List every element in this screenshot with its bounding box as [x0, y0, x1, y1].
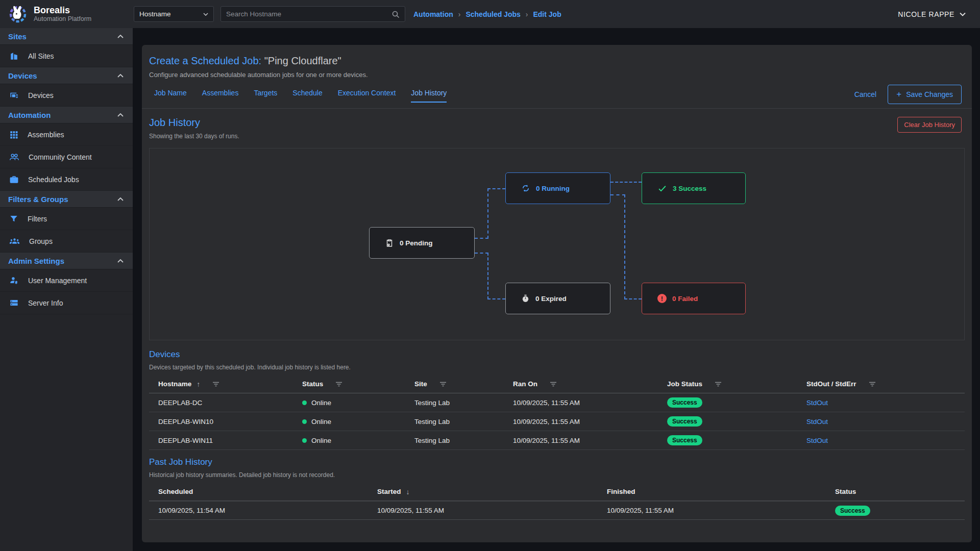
- sidebar-item-filters[interactable]: Filters: [0, 208, 133, 230]
- building-icon: [9, 51, 19, 61]
- tab-schedule[interactable]: Schedule: [292, 89, 322, 102]
- tab-targets[interactable]: Targets: [254, 89, 277, 102]
- flow-node-expired[interactable]: 0 Expired: [505, 283, 610, 314]
- success-count-label: 3 Success: [673, 185, 706, 192]
- search-box[interactable]: [220, 6, 405, 22]
- user-name: NICOLE RAPPE: [898, 10, 954, 18]
- flow-node-success[interactable]: 3 Success: [642, 172, 746, 204]
- table-row[interactable]: DEEPLAB-DC Online Testing Lab 10/09/2025…: [149, 393, 965, 412]
- sidebar-section-automation[interactable]: Automation: [0, 107, 133, 123]
- check-icon: [657, 184, 667, 193]
- sidebar: Sites All Sites Devices Devices Automati…: [0, 28, 133, 551]
- section-label: Devices: [8, 71, 37, 80]
- online-dot-icon: [302, 400, 307, 405]
- scheduled-cell: 10/09/2025, 11:54 AM: [149, 507, 377, 514]
- plus-icon: +: [896, 89, 901, 99]
- connector: [487, 188, 505, 189]
- col-status[interactable]: Status: [302, 380, 323, 388]
- edit-job-card: Create a Scheduled Job: "Ping Cloudflare…: [142, 45, 972, 542]
- col-scheduled[interactable]: Scheduled: [158, 488, 193, 495]
- flow-node-pending[interactable]: 0 Pending: [369, 227, 475, 259]
- page-subtitle: Configure advanced schedulable automatio…: [149, 71, 965, 79]
- job-history-header: Job History Clear Job History: [149, 117, 965, 129]
- col-ran-on[interactable]: Ran On: [513, 380, 537, 388]
- section-label: Admin Settings: [8, 257, 64, 265]
- tab-assemblies[interactable]: Assemblies: [202, 89, 239, 102]
- col-stdout-stderr[interactable]: StdOut / StdErr: [806, 380, 856, 388]
- col-status[interactable]: Status: [835, 488, 856, 495]
- job-status-flow-canvas: 0 Pending 0 Running 3 Success 0 Expired …: [149, 148, 965, 340]
- filter-icon[interactable]: [439, 382, 447, 387]
- col-finished[interactable]: Finished: [607, 488, 635, 495]
- tab-job-name[interactable]: Job Name: [154, 89, 187, 102]
- col-hostname[interactable]: Hostname: [158, 380, 191, 388]
- stdout-link[interactable]: StdOut: [806, 399, 828, 407]
- user-menu[interactable]: NICOLE RAPPE: [898, 0, 966, 28]
- borealis-logo-icon: [7, 4, 29, 25]
- col-site[interactable]: Site: [414, 380, 427, 388]
- sort-desc-icon[interactable]: ↓: [406, 488, 410, 496]
- filter-icon[interactable]: [550, 382, 557, 387]
- save-changes-button[interactable]: + Save Changes: [888, 85, 962, 104]
- chevron-up-icon: [117, 74, 124, 78]
- connector: [610, 182, 642, 183]
- tabs-divider: [142, 108, 972, 109]
- sync-icon: [521, 184, 530, 193]
- job-history-heading: Job History: [149, 117, 965, 129]
- search-icon[interactable]: [391, 10, 400, 18]
- status-badge: Success: [667, 416, 702, 427]
- col-started[interactable]: Started: [377, 488, 401, 495]
- tab-execution-context[interactable]: Execution Context: [338, 89, 396, 102]
- stdout-link[interactable]: StdOut: [806, 418, 828, 425]
- sidebar-section-devices[interactable]: Devices: [0, 67, 133, 84]
- sidebar-item-server-info[interactable]: Server Info: [0, 292, 133, 314]
- sidebar-item-label: All Sites: [28, 52, 54, 60]
- devices-table-header: Hostname ↑ Status Site Ran On: [149, 375, 965, 393]
- tab-job-history[interactable]: Job History: [411, 89, 447, 103]
- hostname-cell: DEEPLAB-DC: [149, 399, 302, 407]
- table-row[interactable]: 10/09/2025, 11:54 AM 10/09/2025, 11:55 A…: [149, 501, 965, 520]
- page-title-prefix: Create a Scheduled Job:: [149, 55, 261, 66]
- section-label: Filters & Groups: [8, 195, 68, 204]
- sidebar-section-sites[interactable]: Sites: [0, 28, 133, 45]
- sidebar-item-assemblies[interactable]: Assemblies: [0, 123, 133, 146]
- past-job-history-section: Past Job History Historical job history …: [149, 457, 965, 520]
- ran-on-cell: 10/09/2025, 11:55 AM: [513, 399, 667, 407]
- filter-icon[interactable]: [715, 382, 722, 387]
- cancel-button[interactable]: Cancel: [854, 90, 877, 98]
- sidebar-item-groups[interactable]: Groups: [0, 230, 133, 253]
- status-value: Online: [311, 437, 331, 444]
- chevron-down-icon: [203, 13, 208, 16]
- sidebar-item-community-content[interactable]: Community Content: [0, 146, 133, 168]
- sidebar-item-scheduled-jobs[interactable]: Scheduled Jobs: [0, 168, 133, 191]
- sort-asc-icon[interactable]: ↑: [197, 380, 200, 388]
- flow-node-running[interactable]: 0 Running: [505, 172, 610, 204]
- hostname-filter-select[interactable]: Hostname: [134, 6, 214, 22]
- breadcrumb-edit-job[interactable]: Edit Job: [533, 10, 561, 18]
- filter-icon[interactable]: [212, 382, 219, 387]
- breadcrumb-scheduled-jobs[interactable]: Scheduled Jobs: [465, 10, 520, 18]
- site-cell: Testing Lab: [414, 437, 513, 444]
- ran-on-cell: 10/09/2025, 11:55 AM: [513, 437, 667, 444]
- online-dot-icon: [302, 438, 307, 443]
- site-cell: Testing Lab: [414, 418, 513, 425]
- sidebar-item-user-management[interactable]: User Management: [0, 269, 133, 292]
- sidebar-item-devices[interactable]: Devices: [0, 84, 133, 107]
- devices-section: Devices Devices targeted by this schedul…: [149, 349, 965, 450]
- site-cell: Testing Lab: [414, 399, 513, 407]
- chevron-up-icon: [117, 197, 124, 201]
- table-row[interactable]: DEEPLAB-WIN11 Online Testing Lab 10/09/2…: [149, 431, 965, 450]
- col-job-status[interactable]: Job Status: [667, 380, 702, 388]
- stdout-link[interactable]: StdOut: [806, 437, 828, 444]
- filter-icon[interactable]: [335, 382, 342, 387]
- sidebar-item-all-sites[interactable]: All Sites: [0, 45, 133, 67]
- sidebar-section-filters-groups[interactable]: Filters & Groups: [0, 191, 133, 208]
- table-row[interactable]: DEEPLAB-WIN10 Online Testing Lab 10/09/2…: [149, 412, 965, 431]
- flow-node-failed[interactable]: ! 0 Failed: [642, 283, 746, 314]
- breadcrumb-automation[interactable]: Automation: [413, 10, 453, 18]
- filter-icon[interactable]: [869, 382, 876, 387]
- search-input[interactable]: [226, 10, 391, 18]
- connector: [624, 194, 625, 299]
- clear-job-history-button[interactable]: Clear Job History: [897, 117, 962, 133]
- sidebar-section-admin-settings[interactable]: Admin Settings: [0, 253, 133, 269]
